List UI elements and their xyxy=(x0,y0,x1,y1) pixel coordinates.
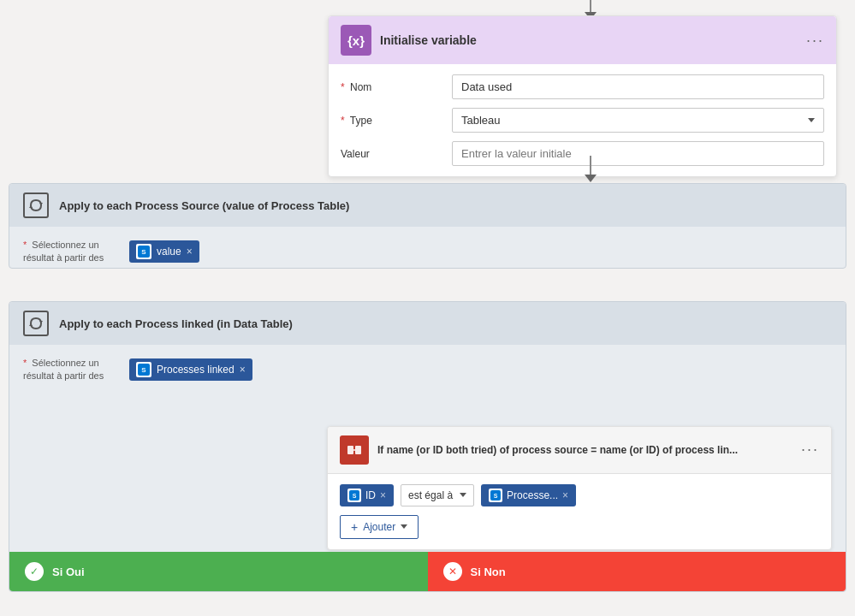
form-row-valeur: Valeur xyxy=(341,141,824,166)
svg-rect-8 xyxy=(347,446,353,454)
apply-each-1-header[interactable]: Apply to each Process Source (value of P… xyxy=(9,184,846,227)
sharepoint-icon-processes: S xyxy=(136,362,151,377)
condition-row: S ID × est égal à xyxy=(340,484,819,506)
form-row-nom: * Nom xyxy=(341,74,824,99)
type-select[interactable]: Tableau xyxy=(452,108,824,133)
loop-icon-2 xyxy=(23,311,49,336)
token-chip-value[interactable]: S value × xyxy=(129,240,199,263)
svg-marker-0 xyxy=(39,203,43,205)
cond-sp-icon-right: S xyxy=(489,489,502,502)
operator-select[interactable]: est égal à xyxy=(401,484,474,506)
condition-title: If name (or ID both tried) of process so… xyxy=(377,444,738,456)
outcomes-row: ✓ Si Oui ✕ Si Non xyxy=(9,552,846,591)
init-var-title: Initialise variable xyxy=(380,33,477,47)
token-chip-processes[interactable]: S Processes linked × xyxy=(129,358,252,381)
cond-token-right[interactable]: S Processe... × xyxy=(481,484,576,506)
add-button[interactable]: + Ajouter xyxy=(340,515,419,539)
svg-marker-5 xyxy=(29,323,33,326)
chip-close-processes[interactable]: × xyxy=(240,364,246,376)
apply-each-2-header[interactable]: Apply to each Process linked (in Data Ta… xyxy=(9,302,846,345)
nom-input[interactable] xyxy=(452,74,824,99)
chevron-down-icon xyxy=(808,118,815,122)
form-label-nom: * Nom xyxy=(341,81,452,93)
select-label-1: * Sélectionnez unrésultat à partir des xyxy=(23,239,117,265)
condition-icon xyxy=(340,435,369,465)
chevron-down-operator xyxy=(460,493,466,497)
cond-token-left[interactable]: S ID × xyxy=(340,484,394,506)
chevron-down-add xyxy=(401,524,407,529)
form-label-valeur: Valeur xyxy=(341,148,452,160)
var-icon: {x} xyxy=(341,25,371,56)
form-row-type: * Type Tableau xyxy=(341,108,824,133)
apply-each-2-title: Apply to each Process linked (in Data Ta… xyxy=(59,317,293,330)
condition-header: If name (or ID both tried) of process so… xyxy=(328,427,831,474)
svg-rect-9 xyxy=(355,446,361,454)
form-label-type: * Type xyxy=(341,115,452,127)
x-icon: ✕ xyxy=(443,562,462,581)
left-token-close[interactable]: × xyxy=(380,489,386,501)
cond-sp-icon-left: S xyxy=(347,489,361,502)
sharepoint-icon-value: S xyxy=(136,244,151,259)
svg-text:S: S xyxy=(494,493,498,499)
loop-icon-1 xyxy=(23,192,49,218)
dots-menu-init[interactable]: ··· xyxy=(806,32,824,50)
right-token-close[interactable]: × xyxy=(562,489,568,501)
svg-text:S: S xyxy=(141,366,146,374)
apply-each-block-2: Apply to each Process linked (in Data Ta… xyxy=(9,301,846,592)
select-label-2: * Sélectionnez unrésultat à partir des xyxy=(23,357,117,383)
init-var-card: {x} Initialise variable ··· * Nom * Type xyxy=(328,15,837,177)
check-icon: ✓ xyxy=(25,562,44,581)
apply-each-block-1: Apply to each Process Source (value of P… xyxy=(9,183,846,269)
condition-card: If name (or ID both tried) of process so… xyxy=(327,426,832,550)
svg-text:S: S xyxy=(353,493,357,499)
valeur-input[interactable] xyxy=(452,141,824,166)
init-var-header: {x} Initialise variable ··· xyxy=(329,16,836,64)
plus-icon: + xyxy=(351,520,358,534)
svg-marker-4 xyxy=(39,321,43,323)
outcome-oui: ✓ Si Oui xyxy=(9,552,428,591)
svg-marker-1 xyxy=(29,205,33,208)
chip-close-value[interactable]: × xyxy=(187,246,193,258)
svg-text:S: S xyxy=(141,248,146,256)
dots-menu-condition[interactable]: ··· xyxy=(801,441,819,459)
apply-each-1-title: Apply to each Process Source (value of P… xyxy=(59,199,349,212)
outcome-non: ✕ Si Non xyxy=(428,552,846,591)
connector-1 xyxy=(585,156,597,182)
